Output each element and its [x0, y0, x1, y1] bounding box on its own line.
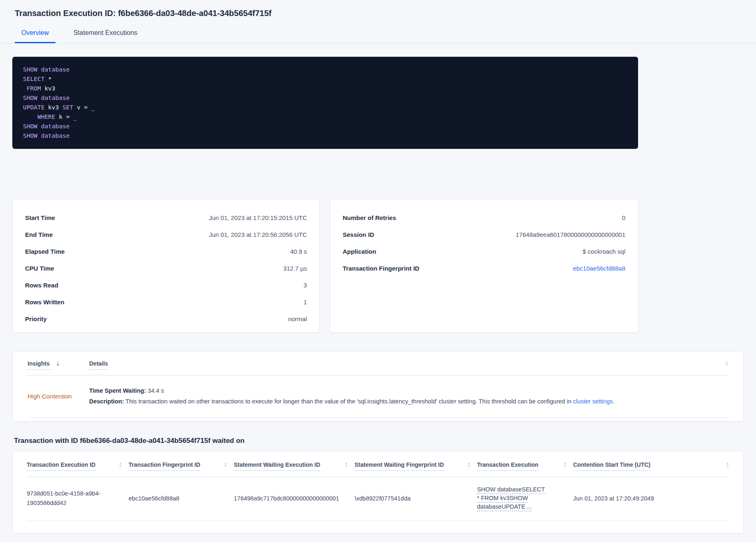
- sort-down-arrow-icon: ▼: [467, 465, 470, 468]
- tab-overview[interactable]: Overview: [15, 25, 55, 43]
- detail-value: 40.9 s: [290, 248, 307, 255]
- sql-line: SHOW database: [23, 65, 627, 74]
- sql-text: kv3: [44, 104, 62, 111]
- sort-icon[interactable]: ▲▼: [345, 462, 348, 468]
- statement-waiting-execution-id-cell: 176498a9c717bdc80000000000000001: [234, 495, 339, 502]
- sort-down-arrow-icon: ▼: [224, 465, 227, 468]
- column-header[interactable]: Transaction Fingerprint ID▲▼: [129, 461, 227, 471]
- description-suffix: .: [613, 398, 614, 405]
- detail-label: Application: [343, 248, 376, 255]
- summary-cards-row: Start TimeJun 01, 2023 at 17:20:15:2015 …: [12, 199, 744, 333]
- column-header-label: Statement Waiting Execution ID: [234, 461, 320, 471]
- sql-keyword: FROM: [27, 85, 41, 92]
- sql-line: WHERE k = _: [23, 112, 627, 122]
- sql-text: *: [44, 76, 51, 82]
- transaction-details-page: Transaction Execution ID: f6be6366-da03-…: [0, 0, 756, 533]
- detail-value: Jun 01, 2023 at 17:20:15:2015 UTC: [209, 214, 307, 221]
- sql-keyword: SET: [62, 104, 73, 111]
- detail-label: Session ID: [343, 231, 374, 238]
- sort-icon[interactable]: ▲▼: [725, 361, 728, 366]
- detail-value: 0: [622, 214, 625, 221]
- transaction-execution-id-cell: 9738d051-bc0e-4158-a9b4-1903586ddd42: [27, 490, 101, 506]
- detail-row: Number of Retries0: [343, 209, 625, 226]
- sql-text: [23, 113, 37, 120]
- sql-keyword: SELECT: [23, 76, 44, 82]
- statement-waiting-fingerprint-id-cell: \xdb8922f077541dda: [355, 495, 410, 502]
- tab-statement-executions[interactable]: Statement Executions: [67, 25, 144, 43]
- sql-keyword: database: [41, 123, 70, 130]
- sql-keyword: WHERE: [37, 113, 55, 120]
- transaction-fingerprint-link[interactable]: ebc10ae56cfd88a8: [573, 265, 625, 272]
- sql-text: v = _: [73, 104, 94, 111]
- sql-keyword: UPDATE: [23, 104, 44, 111]
- sql-keyword: SHOW: [23, 123, 37, 130]
- sql-keyword: SHOW: [23, 132, 37, 139]
- tab-bar: Overview Statement Executions: [0, 25, 756, 44]
- sort-icon[interactable]: ▲▼: [467, 462, 470, 468]
- sort-icon[interactable]: ▲▼: [563, 462, 567, 468]
- detail-row: Rows Written1: [25, 294, 307, 310]
- sort-icon[interactable]: ▲▼: [224, 462, 227, 468]
- insights-column-header[interactable]: Insights ▲▼: [28, 360, 89, 370]
- sql-keyword: SHOW: [23, 66, 37, 73]
- waited-on-table-card: Transaction Execution ID▲▼Transaction Fi…: [12, 451, 744, 533]
- column-header[interactable]: Transaction Execution ID▲▼: [27, 461, 122, 471]
- waited-on-table-header: Transaction Execution ID▲▼Transaction Fi…: [27, 452, 729, 477]
- sql-keyword: database: [41, 66, 70, 73]
- waited-on-heading: Transaction with ID f6be6366-da03-48de-a…: [12, 436, 744, 445]
- table-cell: ebc10ae56cfd88a8: [129, 494, 227, 503]
- sql-text: [37, 66, 41, 73]
- sql-text: [37, 123, 41, 130]
- table-cell: SHOW databaseSELECT * FROM kv3SHOW datab…: [477, 485, 567, 512]
- time-spent-waiting-value: 34.4 s: [146, 387, 164, 394]
- page-title: Transaction Execution ID: f6be6366-da03-…: [12, 7, 744, 18]
- details-column-header[interactable]: Details: [89, 360, 719, 370]
- sort-down-arrow-icon: ▼: [345, 465, 348, 468]
- detail-label: Elapsed Time: [25, 248, 65, 255]
- detail-value: $ cockroach sql: [583, 248, 625, 255]
- sort-down-arrow-icon: ▼: [119, 465, 122, 468]
- table-cell: Jun 01, 2023 at 17:20:49:2049: [573, 494, 729, 503]
- insight-row: High Contention Time Spent Waiting: 34.4…: [28, 375, 728, 418]
- sql-line: UPDATE kv3 SET v = _: [23, 103, 627, 112]
- detail-value: 17648a9eea6017800000000000000001: [516, 231, 625, 238]
- table-cell: \xdb8922f077541dda: [355, 494, 470, 503]
- sql-keyword: SHOW: [23, 95, 37, 101]
- sql-keyword: database: [41, 95, 70, 101]
- detail-row: End TimeJun 01, 2023 at 17:20:56:2056 UT…: [25, 226, 307, 243]
- sql-line: SHOW database: [23, 93, 627, 103]
- sort-icon[interactable]: ▲▼: [119, 462, 122, 468]
- column-header[interactable]: Statement Waiting Fingerprint ID▲▼: [355, 461, 470, 471]
- cluster-settings-link[interactable]: cluster settings: [573, 398, 613, 405]
- detail-label: Rows Read: [25, 282, 58, 289]
- insights-table-card: Insights ▲▼ Details ▲▼ High Contention T…: [12, 352, 744, 422]
- column-header-label: Statement Waiting Fingerprint ID: [355, 461, 444, 471]
- table-row: 9738d051-bc0e-4158-a9b4-1903586ddd42ebc1…: [27, 477, 729, 521]
- column-header[interactable]: Transaction Execution▲▼: [477, 461, 567, 471]
- sort-icon[interactable]: ▲▼: [56, 361, 60, 366]
- detail-row: Session ID17648a9eea60178000000000000000…: [343, 226, 625, 243]
- column-header-label: Contention Start Time (UTC): [573, 461, 650, 471]
- session-details-card: Number of Retries0Session ID17648a9eea60…: [330, 199, 638, 333]
- detail-row: Application$ cockroach sql: [343, 243, 625, 260]
- description-text: This transaction waited on other transac…: [124, 398, 573, 405]
- detail-value: 3: [304, 282, 307, 289]
- detail-label: Transaction Fingerprint ID: [343, 265, 419, 272]
- sql-text: k = _: [55, 113, 77, 120]
- column-header[interactable]: Statement Waiting Execution ID▲▼: [234, 461, 348, 471]
- detail-row: Elapsed Time40.9 s: [25, 243, 307, 260]
- sql-text: [37, 132, 41, 139]
- high-contention-badge: High Contention: [28, 393, 89, 400]
- detail-row: CPU Time312.7 µs: [25, 260, 307, 277]
- sql-text: [23, 85, 27, 92]
- sql-line: SHOW database: [23, 131, 627, 141]
- transaction-execution-link[interactable]: SHOW databaseSELECT * FROM kv3SHOW datab…: [477, 485, 547, 511]
- detail-row: Prioritynormal: [25, 310, 307, 327]
- detail-row: Rows Read3: [25, 277, 307, 294]
- description-label: Description:: [89, 398, 124, 405]
- insight-details: Time Spent Waiting: 34.4 s Description: …: [89, 385, 728, 407]
- column-header[interactable]: Contention Start Time (UTC)▲▼: [573, 461, 729, 471]
- detail-value: Jun 01, 2023 at 17:20:56:2056 UTC: [209, 231, 307, 238]
- sort-icon[interactable]: ▲▼: [726, 462, 729, 468]
- sql-line: SELECT *: [23, 74, 627, 84]
